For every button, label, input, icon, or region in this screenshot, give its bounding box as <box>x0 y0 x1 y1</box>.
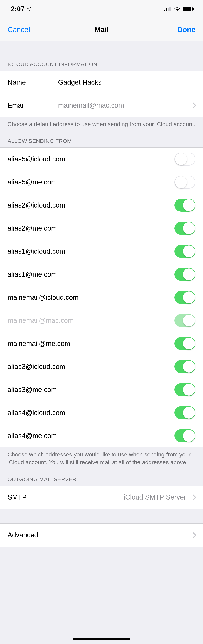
battery-icon <box>183 7 194 11</box>
alias-address: alias2@icloud.com <box>8 202 174 209</box>
alias-address: alias3@icloud.com <box>8 363 174 370</box>
nav-bar: Cancel Mail Done <box>0 18 203 42</box>
allow-sending-row: alias1@me.com <box>0 263 203 286</box>
alias-address: alias2@me.com <box>8 224 174 232</box>
alias-toggle[interactable] <box>174 337 195 350</box>
alias-toggle[interactable] <box>174 222 195 235</box>
group-advanced: Advanced <box>0 524 203 547</box>
status-left: 2:07 <box>11 5 31 13</box>
alias-toggle[interactable] <box>174 383 195 396</box>
alias-address: alias4@icloud.com <box>8 409 174 417</box>
status-bar: 2:07 <box>0 0 203 18</box>
alias-address: alias4@me.com <box>8 432 174 440</box>
row-email[interactable]: Email mainemail@mac.com <box>0 94 203 117</box>
allow-sending-row: alias3@me.com <box>0 378 203 401</box>
allow-sending-row: alias5@icloud.com <box>0 148 203 170</box>
cancel-button[interactable]: Cancel <box>8 26 30 34</box>
status-time: 2:07 <box>11 5 25 13</box>
section-footer-allow-sending: Choose which addresses you would like to… <box>0 448 203 466</box>
done-button[interactable]: Done <box>177 26 195 34</box>
alias-address: mainemail@me.com <box>8 340 174 348</box>
row-name[interactable]: Name Gadget Hacks <box>0 71 203 94</box>
advanced-label: Advanced <box>8 531 191 539</box>
page-title: Mail <box>95 26 109 34</box>
alias-toggle[interactable] <box>174 245 195 258</box>
alias-toggle[interactable] <box>174 406 195 419</box>
wifi-icon <box>174 7 181 11</box>
svg-rect-1 <box>166 8 167 11</box>
allow-sending-row: mainemail@mac.com <box>0 309 203 332</box>
alias-toggle[interactable] <box>174 360 195 373</box>
alias-address: alias5@icloud.com <box>8 155 174 163</box>
svg-rect-0 <box>164 10 165 11</box>
alias-toggle[interactable] <box>174 152 195 166</box>
chevron-right-icon <box>190 102 196 108</box>
alias-address: alias1@me.com <box>8 270 174 278</box>
status-right <box>164 7 194 11</box>
allow-sending-row: alias1@icloud.com <box>0 240 203 263</box>
allow-sending-row: alias4@icloud.com <box>0 401 203 424</box>
alias-address: alias5@me.com <box>8 178 174 186</box>
name-value: Gadget Hacks <box>58 78 195 86</box>
alias-toggle[interactable] <box>174 176 195 188</box>
alias-toggle[interactable] <box>174 291 195 304</box>
row-smtp[interactable]: SMTP iCloud SMTP Server <box>0 486 203 509</box>
allow-sending-row: alias5@me.com <box>0 170 203 194</box>
chevron-right-icon <box>190 494 196 500</box>
section-footer-account-info: Choose a default address to use when sen… <box>0 117 203 128</box>
allow-sending-row: alias2@me.com <box>0 217 203 240</box>
alias-toggle <box>174 314 195 327</box>
row-advanced[interactable]: Advanced <box>0 524 203 547</box>
alias-toggle[interactable] <box>174 268 195 281</box>
cell-signal-icon <box>164 7 171 11</box>
alias-address: alias1@icloud.com <box>8 248 174 255</box>
group-allow-sending: alias5@icloud.comalias5@me.comalias2@icl… <box>0 147 203 448</box>
location-icon <box>27 7 31 11</box>
section-header-allow-sending: ALLOW SENDING FROM <box>0 128 203 147</box>
section-header-account-info: ICLOUD ACCOUNT INFORMATION <box>0 42 203 70</box>
svg-rect-3 <box>169 7 171 11</box>
smtp-label: SMTP <box>8 494 124 501</box>
group-outgoing: SMTP iCloud SMTP Server <box>0 486 203 509</box>
allow-sending-row: alias3@icloud.com <box>0 355 203 378</box>
alias-address: mainemail@icloud.com <box>8 294 174 301</box>
allow-sending-row: mainemail@icloud.com <box>0 286 203 309</box>
section-header-outgoing: OUTGOING MAIL SERVER <box>0 466 203 486</box>
chevron-right-icon <box>190 532 196 538</box>
smtp-value: iCloud SMTP Server <box>124 494 188 501</box>
email-value: mainemail@mac.com <box>58 102 188 109</box>
allow-sending-row: alias2@icloud.com <box>0 194 203 217</box>
svg-rect-6 <box>193 8 194 10</box>
email-label: Email <box>8 102 58 109</box>
home-indicator <box>73 638 130 640</box>
alias-toggle[interactable] <box>174 199 195 212</box>
alias-address: mainemail@mac.com <box>8 317 174 324</box>
allow-sending-row: alias4@me.com <box>0 424 203 447</box>
alias-address: alias3@me.com <box>8 386 174 394</box>
alias-toggle[interactable] <box>174 429 195 442</box>
group-account-info: Name Gadget Hacks Email mainemail@mac.co… <box>0 70 203 117</box>
name-label: Name <box>8 78 58 86</box>
allow-sending-row: mainemail@me.com <box>0 332 203 355</box>
svg-rect-5 <box>184 8 191 11</box>
svg-rect-2 <box>168 8 169 11</box>
